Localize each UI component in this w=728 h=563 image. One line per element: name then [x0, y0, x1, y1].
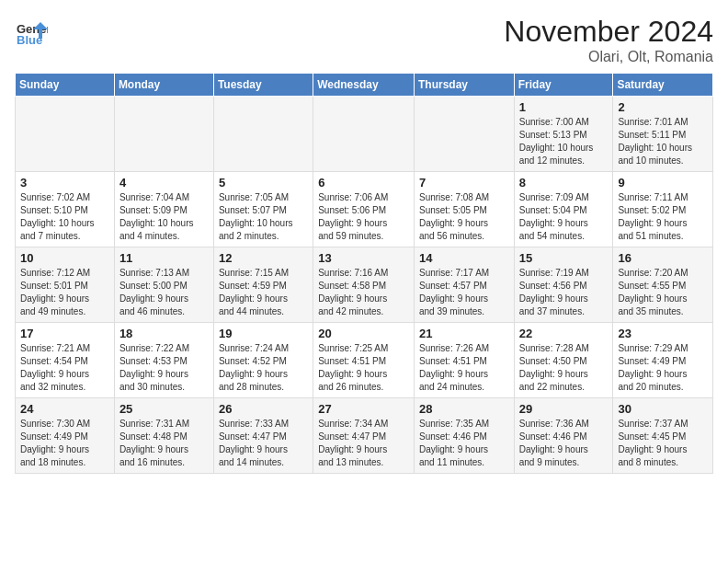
day-info: Sunrise: 7:37 AM Sunset: 4:45 PM Dayligh…	[618, 418, 708, 469]
day-number: 23	[618, 327, 708, 340]
calendar-week-row: 17Sunrise: 7:21 AM Sunset: 4:54 PM Dayli…	[16, 323, 713, 398]
weekday-header: Thursday	[414, 74, 514, 97]
calendar-cell: 6Sunrise: 7:06 AM Sunset: 5:06 PM Daylig…	[313, 172, 415, 247]
day-info: Sunrise: 7:22 AM Sunset: 4:53 PM Dayligh…	[119, 342, 209, 394]
calendar-cell	[414, 97, 514, 172]
day-info: Sunrise: 7:30 AM Sunset: 4:49 PM Dayligh…	[20, 418, 109, 469]
day-info: Sunrise: 7:04 AM Sunset: 5:09 PM Dayligh…	[119, 191, 209, 243]
calendar-cell: 25Sunrise: 7:31 AM Sunset: 4:48 PM Dayli…	[114, 398, 213, 474]
day-number: 3	[20, 176, 109, 190]
day-info: Sunrise: 7:09 AM Sunset: 5:04 PM Dayligh…	[519, 191, 609, 243]
calendar-cell	[313, 97, 415, 172]
day-number: 6	[318, 176, 409, 190]
svg-text:Blue: Blue	[17, 33, 42, 47]
day-number: 5	[219, 176, 308, 190]
day-info: Sunrise: 7:00 AM Sunset: 5:13 PM Dayligh…	[519, 116, 609, 167]
weekday-header-row: SundayMondayTuesdayWednesdayThursdayFrid…	[16, 74, 713, 97]
day-number: 16	[618, 251, 708, 265]
day-number: 27	[318, 402, 409, 416]
day-number: 28	[419, 402, 509, 416]
logo: General Blue	[15, 15, 48, 48]
day-number: 11	[119, 251, 209, 265]
day-number: 7	[419, 176, 509, 190]
weekday-header: Sunday	[16, 74, 115, 97]
weekday-header: Friday	[514, 74, 613, 97]
calendar-cell: 23Sunrise: 7:29 AM Sunset: 4:49 PM Dayli…	[613, 323, 713, 398]
day-info: Sunrise: 7:36 AM Sunset: 4:46 PM Dayligh…	[519, 418, 609, 469]
day-info: Sunrise: 7:25 AM Sunset: 4:51 PM Dayligh…	[318, 342, 409, 394]
calendar-cell: 21Sunrise: 7:26 AM Sunset: 4:51 PM Dayli…	[414, 323, 514, 398]
calendar-cell	[16, 97, 115, 172]
calendar-cell: 26Sunrise: 7:33 AM Sunset: 4:47 PM Dayli…	[213, 398, 313, 474]
day-number: 22	[519, 327, 609, 340]
day-info: Sunrise: 7:12 AM Sunset: 5:01 PM Dayligh…	[20, 267, 109, 318]
calendar-cell: 14Sunrise: 7:17 AM Sunset: 4:57 PM Dayli…	[414, 247, 514, 323]
day-number: 19	[219, 327, 308, 340]
calendar-cell	[114, 97, 213, 172]
day-info: Sunrise: 7:20 AM Sunset: 4:55 PM Dayligh…	[618, 267, 708, 318]
day-info: Sunrise: 7:15 AM Sunset: 4:59 PM Dayligh…	[219, 267, 308, 318]
calendar-cell: 27Sunrise: 7:34 AM Sunset: 4:47 PM Dayli…	[313, 398, 415, 474]
calendar-cell: 12Sunrise: 7:15 AM Sunset: 4:59 PM Dayli…	[213, 247, 313, 323]
weekday-header: Saturday	[613, 74, 713, 97]
day-info: Sunrise: 7:08 AM Sunset: 5:05 PM Dayligh…	[419, 191, 509, 243]
calendar-cell: 29Sunrise: 7:36 AM Sunset: 4:46 PM Dayli…	[514, 398, 613, 474]
day-number: 2	[618, 100, 708, 114]
calendar-cell: 22Sunrise: 7:28 AM Sunset: 4:50 PM Dayli…	[514, 323, 613, 398]
day-info: Sunrise: 7:29 AM Sunset: 4:49 PM Dayligh…	[618, 342, 708, 394]
day-number: 29	[519, 402, 609, 416]
day-number: 25	[119, 402, 209, 416]
day-info: Sunrise: 7:05 AM Sunset: 5:07 PM Dayligh…	[219, 191, 308, 243]
calendar-week-row: 3Sunrise: 7:02 AM Sunset: 5:10 PM Daylig…	[16, 172, 713, 247]
calendar-cell: 11Sunrise: 7:13 AM Sunset: 5:00 PM Dayli…	[114, 247, 213, 323]
day-number: 30	[618, 402, 708, 416]
calendar-cell: 1Sunrise: 7:00 AM Sunset: 5:13 PM Daylig…	[514, 97, 613, 172]
day-info: Sunrise: 7:17 AM Sunset: 4:57 PM Dayligh…	[419, 267, 509, 318]
day-number: 13	[318, 251, 409, 265]
calendar-cell: 30Sunrise: 7:37 AM Sunset: 4:45 PM Dayli…	[613, 398, 713, 474]
day-number: 21	[419, 327, 509, 340]
day-info: Sunrise: 7:33 AM Sunset: 4:47 PM Dayligh…	[219, 418, 308, 469]
calendar-cell: 24Sunrise: 7:30 AM Sunset: 4:49 PM Dayli…	[16, 398, 115, 474]
day-number: 15	[519, 251, 609, 265]
day-number: 10	[20, 251, 109, 265]
weekday-header: Monday	[114, 74, 213, 97]
day-number: 18	[119, 327, 209, 340]
day-info: Sunrise: 7:35 AM Sunset: 4:46 PM Dayligh…	[419, 418, 509, 469]
calendar-cell: 15Sunrise: 7:19 AM Sunset: 4:56 PM Dayli…	[514, 247, 613, 323]
day-info: Sunrise: 7:01 AM Sunset: 5:11 PM Dayligh…	[618, 116, 708, 167]
day-number: 8	[519, 176, 609, 190]
calendar-cell: 18Sunrise: 7:22 AM Sunset: 4:53 PM Dayli…	[114, 323, 213, 398]
day-number: 14	[419, 251, 509, 265]
calendar-week-row: 10Sunrise: 7:12 AM Sunset: 5:01 PM Dayli…	[16, 247, 713, 323]
calendar-cell: 10Sunrise: 7:12 AM Sunset: 5:01 PM Dayli…	[16, 247, 115, 323]
weekday-header: Tuesday	[213, 74, 313, 97]
weekday-header: Wednesday	[313, 74, 415, 97]
day-number: 12	[219, 251, 308, 265]
day-info: Sunrise: 7:11 AM Sunset: 5:02 PM Dayligh…	[618, 191, 708, 243]
calendar-cell: 5Sunrise: 7:05 AM Sunset: 5:07 PM Daylig…	[213, 172, 313, 247]
day-info: Sunrise: 7:21 AM Sunset: 4:54 PM Dayligh…	[20, 342, 109, 394]
calendar-cell: 19Sunrise: 7:24 AM Sunset: 4:52 PM Dayli…	[213, 323, 313, 398]
calendar-cell: 16Sunrise: 7:20 AM Sunset: 4:55 PM Dayli…	[613, 247, 713, 323]
calendar-cell: 4Sunrise: 7:04 AM Sunset: 5:09 PM Daylig…	[114, 172, 213, 247]
day-info: Sunrise: 7:24 AM Sunset: 4:52 PM Dayligh…	[219, 342, 308, 394]
day-info: Sunrise: 7:34 AM Sunset: 4:47 PM Dayligh…	[318, 418, 409, 469]
day-number: 20	[318, 327, 409, 340]
calendar-cell: 20Sunrise: 7:25 AM Sunset: 4:51 PM Dayli…	[313, 323, 415, 398]
location: Olari, Olt, Romania	[504, 49, 713, 65]
calendar-cell: 8Sunrise: 7:09 AM Sunset: 5:04 PM Daylig…	[514, 172, 613, 247]
calendar-table: SundayMondayTuesdayWednesdayThursdayFrid…	[15, 73, 713, 474]
day-info: Sunrise: 7:06 AM Sunset: 5:06 PM Dayligh…	[318, 191, 409, 243]
day-info: Sunrise: 7:26 AM Sunset: 4:51 PM Dayligh…	[419, 342, 509, 394]
page-header: General Blue November 2024 Olari, Olt, R…	[15, 15, 713, 65]
day-info: Sunrise: 7:28 AM Sunset: 4:50 PM Dayligh…	[519, 342, 609, 394]
day-number: 17	[20, 327, 109, 340]
calendar-cell: 28Sunrise: 7:35 AM Sunset: 4:46 PM Dayli…	[414, 398, 514, 474]
day-number: 4	[119, 176, 209, 190]
calendar-cell: 9Sunrise: 7:11 AM Sunset: 5:02 PM Daylig…	[613, 172, 713, 247]
day-info: Sunrise: 7:31 AM Sunset: 4:48 PM Dayligh…	[119, 418, 209, 469]
day-number: 24	[20, 402, 109, 416]
day-info: Sunrise: 7:16 AM Sunset: 4:58 PM Dayligh…	[318, 267, 409, 318]
calendar-cell	[213, 97, 313, 172]
